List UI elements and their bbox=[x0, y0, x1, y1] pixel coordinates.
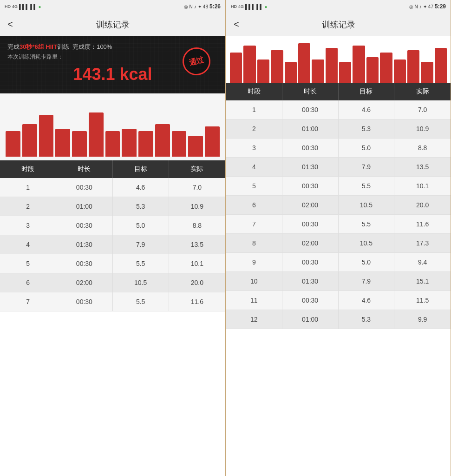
table-cell: 5.5 bbox=[113, 254, 169, 273]
page-title-left: 训练记录 bbox=[96, 19, 130, 30]
table-row: 500:305.510.1 bbox=[226, 177, 451, 196]
chart-bars-left bbox=[6, 101, 220, 157]
bar bbox=[138, 131, 153, 157]
table-row: 401:307.913.5 bbox=[226, 158, 451, 177]
table-cell: 5 bbox=[226, 177, 282, 195]
network-icon: HD bbox=[5, 4, 11, 9]
table-cell: 20.0 bbox=[169, 273, 225, 292]
table-cell: 11.6 bbox=[394, 215, 451, 233]
table-cell: 10.9 bbox=[394, 119, 451, 138]
table-cell: 5.5 bbox=[113, 292, 169, 311]
table-cell: 00:30 bbox=[282, 139, 339, 157]
back-button-left[interactable]: < bbox=[7, 19, 13, 30]
table-cell: 8 bbox=[226, 234, 282, 252]
bar bbox=[312, 60, 324, 83]
wifi-signal-icon-r: ▌▌ bbox=[256, 4, 263, 9]
column-header: 时段 bbox=[226, 83, 282, 100]
bar bbox=[271, 50, 283, 83]
table-cell: 3 bbox=[0, 216, 56, 235]
table-row: 201:005.310.9 bbox=[0, 197, 225, 216]
bar bbox=[394, 60, 406, 83]
table-cell: 01:00 bbox=[56, 197, 112, 216]
time-left: 5:26 bbox=[209, 3, 221, 10]
table-cell: 7.9 bbox=[113, 235, 169, 254]
table-cell: 11.6 bbox=[169, 292, 225, 311]
star-icon: ✦ bbox=[198, 4, 202, 9]
status-bar-right: HD 4G ▌▌▌ ▌▌ ● ◎ N ♪ ✦ 47 5:29 bbox=[226, 0, 451, 13]
bar bbox=[243, 46, 255, 83]
table-row: 1201:005.39.9 bbox=[226, 310, 451, 329]
table-cell: 5.0 bbox=[113, 216, 169, 235]
table-cell: 7.0 bbox=[394, 100, 451, 119]
table-body-left: 100:304.67.0201:005.310.9300:305.08.8401… bbox=[0, 178, 225, 311]
table-cell: 7.0 bbox=[169, 178, 225, 197]
column-header: 时段 bbox=[0, 160, 56, 178]
bar bbox=[421, 62, 433, 83]
table-cell: 00:30 bbox=[282, 291, 339, 310]
table-row: 100:304.67.0 bbox=[0, 178, 225, 197]
table-cell: 10 bbox=[226, 272, 282, 291]
table-row: 802:0010.517.3 bbox=[226, 234, 451, 253]
table-cell: 10.5 bbox=[113, 273, 169, 292]
table-cell: 5.0 bbox=[339, 139, 395, 157]
header-left: < 训练记录 bbox=[0, 13, 225, 36]
bar bbox=[39, 115, 54, 157]
table-cell: 4.6 bbox=[339, 291, 395, 310]
table-cell: 01:30 bbox=[282, 272, 339, 291]
table-cell: 00:30 bbox=[56, 178, 112, 197]
bar bbox=[366, 57, 379, 83]
table-cell: 9.4 bbox=[394, 253, 451, 271]
table-cell: 5.3 bbox=[339, 310, 395, 329]
bar bbox=[22, 124, 37, 157]
status-right-right: ◎ N ♪ ✦ 47 5:29 bbox=[409, 3, 446, 10]
bar bbox=[339, 62, 351, 83]
table-cell: 00:30 bbox=[56, 254, 112, 273]
table-cell: 11 bbox=[226, 291, 282, 310]
bar bbox=[380, 53, 392, 83]
bar bbox=[298, 43, 310, 83]
bar bbox=[172, 131, 187, 157]
column-header: 实际 bbox=[169, 160, 225, 178]
hero-section: 完成30秒*6组 HIIT训练 完成度：100% 本次训练消耗卡路里： 143.… bbox=[0, 36, 225, 93]
table-left[interactable]: 时段时长目标实际 100:304.67.0201:005.310.9300:30… bbox=[0, 160, 225, 476]
table-cell: 00:30 bbox=[282, 100, 339, 119]
table-cell: 10.5 bbox=[339, 234, 395, 252]
back-button-right[interactable]: < bbox=[234, 19, 239, 30]
table-header-left: 时段时长目标实际 bbox=[0, 160, 225, 178]
table-cell: 5.3 bbox=[113, 197, 169, 216]
table-cell: 13.5 bbox=[169, 235, 225, 254]
table-cell: 15.1 bbox=[394, 272, 451, 291]
status-left-left: HD 4G ▌▌▌ ▌▌ ● bbox=[5, 4, 41, 9]
column-header: 目标 bbox=[113, 160, 169, 178]
star-icon-r: ✦ bbox=[423, 4, 427, 9]
table-cell: 10.9 bbox=[169, 197, 225, 216]
table-cell: 7.9 bbox=[339, 158, 395, 176]
table-row: 700:305.511.6 bbox=[226, 215, 451, 234]
network-icon-r: HD bbox=[231, 4, 237, 9]
table-cell: 4.6 bbox=[113, 178, 169, 197]
table-cell: 1 bbox=[226, 100, 282, 119]
table-right[interactable]: 时段时长目标实际 100:304.67.0201:005.310.9300:30… bbox=[226, 83, 451, 476]
status-left-right: HD 4G ▌▌▌ ▌▌ ● bbox=[231, 4, 268, 9]
wifi-signal-icon: ▌▌ bbox=[30, 4, 37, 9]
table-row: 500:305.510.1 bbox=[0, 254, 225, 273]
table-cell: 4.6 bbox=[339, 100, 395, 119]
header-right: < 训练记录 bbox=[226, 13, 451, 36]
camera-icon-r: ◎ bbox=[409, 4, 413, 9]
table-row: 602:0010.520.0 bbox=[226, 196, 451, 215]
chart-bars-right bbox=[226, 36, 451, 83]
hero-suffix: 训练 完成度：100% bbox=[57, 43, 112, 50]
table-row: 401:307.913.5 bbox=[0, 235, 225, 254]
table-cell: 5 bbox=[0, 254, 56, 273]
nfc-icon: N bbox=[190, 4, 193, 9]
bar bbox=[407, 50, 419, 83]
table-cell: 7 bbox=[0, 292, 56, 311]
table-row: 700:305.511.6 bbox=[0, 292, 225, 311]
bar bbox=[326, 48, 338, 83]
table-cell: 13.5 bbox=[394, 158, 451, 176]
table-cell: 12 bbox=[226, 310, 282, 329]
table-row: 300:305.08.8 bbox=[0, 216, 225, 235]
signal-icon-r: 4G bbox=[238, 4, 244, 9]
column-header: 时长 bbox=[56, 160, 112, 178]
signal-icon: 4G bbox=[12, 4, 18, 9]
